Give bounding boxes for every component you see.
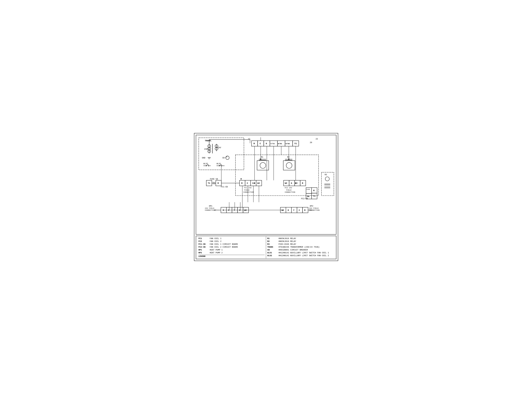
top-r-label: R <box>253 142 255 145</box>
legend-hp1: HP1 HEAT PUMP 1 <box>198 249 265 251</box>
cb-label: CB <box>222 157 225 159</box>
svg-point-94 <box>288 159 289 160</box>
r-fc1-box: R <box>217 182 219 184</box>
hp1-y-box: Y <box>234 209 235 211</box>
legend-desc-fc2cb: FAN COIL 2 CIRCUIT BOARD <box>210 246 238 248</box>
fc1cb-label: FC1-CB <box>221 186 228 188</box>
svg-point-40 <box>286 162 292 168</box>
legend-r1: R1 HN65KJ016 RELAY <box>267 237 334 240</box>
legend-fc2: FC2 FAN COIL 2 <box>198 240 265 243</box>
top-c-label: C <box>260 142 261 145</box>
legend-code-fc2cb: FC2-CB <box>198 246 208 248</box>
hp1-connection-label: CONNECTION <box>205 209 215 211</box>
legend-code-als1: ALS1 <box>267 252 277 254</box>
fuse5a-fc2-label: 5A <box>307 195 309 198</box>
legend-cb: CB HH83ZB001 CIRCUIT BREAKER <box>267 249 334 251</box>
svg-point-95 <box>295 182 296 184</box>
legend-desc-r3: P283-0346 RELAY <box>279 243 296 245</box>
legend-desc-als1: HH12HA142 AUXILLARY LIMIT SWITCH FAN COI… <box>279 252 329 254</box>
fc1-c-box: C <box>247 182 248 184</box>
hp2-r-box: R <box>304 209 305 211</box>
hp1-label: HP1 <box>209 205 212 207</box>
top-g-label: G <box>266 142 267 145</box>
legend-trans: TRANS HT01BD236 TRANSFORMER (230/24 75VA… <box>267 246 334 249</box>
fc1-r-label: R <box>241 178 242 180</box>
r1-label: R1 <box>261 156 263 158</box>
legend-desc-r2: HN65KJ016 RELAY <box>279 240 296 243</box>
fc2-24v-label: FC2 24V <box>285 187 292 189</box>
legend-code-r3: R3 <box>267 243 277 245</box>
legend-desc-cb: HH83ZB001 CIRCUIT BREAKER <box>279 249 308 251</box>
top-yy2-label: Y/Y2 <box>270 143 275 145</box>
fc2-field-label: FIELD <box>286 189 291 191</box>
gnd-label: GND <box>202 157 205 159</box>
legend-title: LEGEND <box>198 255 208 258</box>
top-y1-label: Y1 <box>294 142 297 145</box>
fc2-connection-label: CONNECTION <box>285 191 295 193</box>
svg-point-36 <box>260 162 266 168</box>
legend-code-hp2: HP2 <box>198 252 208 254</box>
main-container: TRANS. 230V 24V GND CB <box>194 133 338 261</box>
diagram-area: TRANS. 230V 24V GND CB <box>196 135 336 234</box>
svg-rect-39 <box>283 161 295 170</box>
legend-table: FC1 FAN COIL 1 FC2 FAN COIL 2 FC1-CB FAN… <box>196 236 336 259</box>
hp2-24v-label: 24V FIELD <box>309 207 319 209</box>
t1-fc1-box: T1 <box>208 182 210 184</box>
legend-fc2cb: FC2-CB FAN COIL 2 CIRCUIT BOARD <box>198 246 265 249</box>
svg-point-92 <box>254 182 255 184</box>
legend-code-als2: ALS2 <box>267 254 277 257</box>
legend-desc-fc1cb: FAN COIL 1 CIRCUIT BOARD <box>210 243 238 245</box>
hp2-label: HP2 <box>310 205 313 207</box>
fc2-g-box: G <box>291 182 292 184</box>
hp2-connection-label: CONNECTION <box>309 209 320 211</box>
legend-hp2: HP2 HEAT PUMP 2 <box>198 251 265 254</box>
als2-label: ALS2 <box>203 163 208 165</box>
r-fc2-box: R <box>313 190 315 192</box>
fc1-field-label: FIELD <box>244 189 249 191</box>
fuse5a-fc1-label: FUSE 5A <box>210 178 218 180</box>
num12-label: 12 <box>248 138 250 140</box>
legend-code-r1: R1 <box>267 237 277 240</box>
legend-desc-trans: HT01BD236 TRANSFORMER (230/24 75VA) <box>279 246 320 248</box>
top-ow2-label: O/W2 <box>286 143 290 145</box>
legend-desc-hp1: HEAT PUMP 1 <box>210 249 223 251</box>
fc1-r-box: R <box>241 182 243 184</box>
legend-fc1: FC1 FAN COIL 1 <box>198 237 265 240</box>
legend-desc-fc2: FAN COIL 2 <box>210 240 222 243</box>
legend-als2: ALS2 HH12HA142 AUXILLARY LIMIT SWITCH FA… <box>267 254 334 257</box>
hp2-o-box: O <box>288 209 289 211</box>
legend-r2: R2 HN65KJ016 RELAY <box>267 240 334 243</box>
legend-desc-fc1: FAN COIL 1 <box>210 237 222 240</box>
fc2cb-label: FC2-CB <box>301 198 308 200</box>
fc2-w2-box: W2 <box>285 182 287 184</box>
svg-point-17 <box>206 165 207 166</box>
t1-fc2-box: T1 <box>313 195 315 197</box>
fc1-connection-label: CONNECTION <box>243 191 254 193</box>
svg-rect-0 <box>199 138 244 170</box>
svg-point-57 <box>325 177 329 181</box>
top-ww1-label: W/W1 <box>278 143 282 145</box>
legend-desc-hp2: HEAT PUMP 2 <box>210 252 223 254</box>
fc2-c-box: C <box>296 182 297 184</box>
legend-code-fc1cb: FC1-CB <box>198 243 208 245</box>
v24-label: 24V <box>217 146 221 149</box>
v230-label: 230V <box>204 148 209 150</box>
hp2-y-box: Y <box>293 209 294 211</box>
r2-label: R2 <box>287 156 289 158</box>
hp1-24v-label: 24V FIELD <box>205 207 214 209</box>
legend-code-cb: CB <box>267 249 277 251</box>
fc2-r-box: R <box>302 182 303 184</box>
trans-label: TRANS. <box>205 140 212 142</box>
num20-label: 20 <box>310 141 312 144</box>
legend-desc-r1: HN65KJ016 RELAY <box>279 237 296 240</box>
svg-rect-35 <box>257 161 269 170</box>
legend-code-trans: TRANS <box>267 246 277 248</box>
legend-code-hp1: HP1 <box>198 249 208 251</box>
num22-label: 22 <box>316 138 318 140</box>
legend-als1: ALS1 HH12HA142 AUXILLARY LIMIT SWITCH FA… <box>267 251 334 254</box>
als1-label: ALS1 <box>216 163 221 165</box>
legend-r3: R3 P283-0346 RELAY <box>267 243 334 246</box>
hp1-r-box: R <box>222 209 224 211</box>
legend-code-fc2: FC2 <box>198 240 208 243</box>
legend-code-r2: R2 <box>267 240 277 243</box>
